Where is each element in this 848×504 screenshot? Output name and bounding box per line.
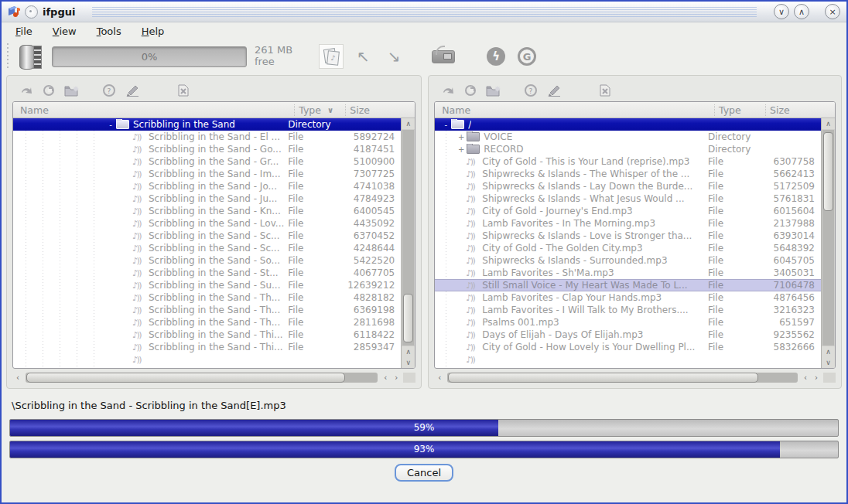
tree-row[interactable]: ♪))Scribbling in the Sand - Su...File126… (13, 279, 401, 291)
scroll-left-icon[interactable]: ‹ (380, 373, 391, 382)
vertical-scrollbar[interactable]: ∧ ∧ ∨ (401, 118, 415, 368)
maximize-button[interactable]: ∧ (794, 4, 809, 19)
tree-row[interactable]: ♪))Scribbling in the Sand - Im...File730… (13, 168, 401, 180)
tree-row[interactable]: ♪))Scribbling in the Sand - Jo...File474… (13, 180, 401, 192)
column-header-size[interactable]: Size (345, 104, 415, 116)
upload-button[interactable]: ↖ (351, 45, 374, 68)
tree-row[interactable]: ♪))Scribbling in the Sand - Th...File636… (13, 304, 401, 316)
tree-expander[interactable]: + (456, 145, 466, 154)
refresh-button[interactable] (460, 81, 480, 100)
tree-row[interactable]: ♪))Scribbling in the Sand - Ju...File478… (13, 192, 401, 205)
tree-row[interactable]: ♪))Scribbling in the Sand - So...File542… (13, 254, 401, 267)
column-header-name[interactable]: Name (435, 104, 714, 116)
menu-file[interactable]: File (15, 26, 32, 37)
delete-button[interactable] (595, 81, 615, 100)
tree-row[interactable]: ♪))Scribbling in the Sand - Sc...File637… (13, 230, 401, 242)
scrollbar-thumb[interactable] (448, 373, 757, 383)
tree-row[interactable]: ♪))Scribbling in the Sand - Kn...File640… (13, 205, 401, 217)
tree-expander[interactable]: - (106, 121, 115, 129)
minimize-button[interactable]: ∨ (774, 4, 789, 19)
column-header-size[interactable]: Size (765, 104, 835, 116)
new-folder-button[interactable] (484, 81, 504, 100)
vertical-scrollbar[interactable]: ∧ ∧ ∨ (821, 118, 835, 368)
download-button[interactable]: ↘ (382, 45, 405, 68)
tree-row[interactable]: ♪))City of Gold - Journey's End.mp3File6… (435, 205, 821, 217)
tree-row[interactable]: ♪))City of Gold - How Lovely is Your Dwe… (435, 341, 821, 353)
cancel-button[interactable]: Cancel (395, 464, 453, 482)
tree-row[interactable]: ♪))Lamb Favorites - Clap Your Hands.mp3F… (435, 291, 821, 304)
file-copy-button[interactable]: ♪♪ (319, 44, 344, 69)
tree-row[interactable]: ♪))Lamb Favorites - Sh'Ma.mp3File3405031 (435, 267, 821, 279)
tree-row[interactable]: ♪))Scribbling in the Sand - Th...File281… (13, 316, 401, 329)
tree-row[interactable]: +VOICEDirectory (435, 131, 821, 143)
scrollbar-thumb[interactable] (403, 294, 413, 342)
tree-row[interactable]: ♪))Scribbling in the Sand - Thi...File61… (13, 329, 401, 341)
menu-help[interactable]: Help (142, 26, 165, 37)
pin-button[interactable] (25, 5, 38, 19)
tree-row[interactable]: ♪)) (435, 353, 821, 366)
tree-row[interactable]: ♪))Shipwrecks & Islands - The Whisper of… (435, 168, 821, 180)
tree-row[interactable]: ♪))Scribbling in the Sand - Go...File418… (13, 143, 401, 155)
tree-row[interactable]: -Scribbling in the SandDirectory (13, 118, 401, 131)
new-folder-button[interactable] (62, 81, 82, 100)
scroll-left-icon[interactable]: ‹ (434, 373, 445, 382)
scrollbar-thumb[interactable] (823, 132, 833, 211)
tree-row[interactable]: ♪))Lamb Favorites - In The Morning.mp3Fi… (435, 217, 821, 230)
menu-view[interactable]: View (53, 26, 77, 37)
scroll-right-icon[interactable]: › (811, 373, 822, 382)
tree-row[interactable]: ♪))Scribbling in the Sand - Lov...File44… (13, 217, 401, 230)
scrollbar-thumb[interactable] (26, 373, 345, 383)
music-note-icon: ♪)) (132, 194, 145, 204)
up-directory-button[interactable] (437, 81, 457, 100)
tree-row[interactable]: ♪))Shipwrecks & Islands - Love is Strong… (435, 230, 821, 242)
rename-button[interactable] (122, 81, 142, 100)
help-button[interactable]: ? (99, 81, 119, 100)
scroll-up-icon[interactable]: ∧ (822, 346, 835, 357)
tree-row[interactable]: ♪))Shipwrecks & Islands - What Jesus Wou… (435, 192, 821, 205)
titlebar[interactable]: ifpgui ∨ ∧ × (2, 2, 846, 22)
scroll-left-icon[interactable]: ‹ (12, 373, 23, 382)
tree-row[interactable]: ♪))Shipwrecks & Islands - Surrounded.mp3… (435, 254, 821, 267)
tree-row[interactable]: ♪))Shipwrecks & Islands - Lay Down the B… (435, 180, 821, 192)
tree-row[interactable]: ♪))Days of Elijah - Days Of Elijah.mp3Fi… (435, 329, 821, 341)
tree-row[interactable]: ♪))Scribbling in the Sand - El ...File58… (13, 131, 401, 143)
tree-row[interactable]: ♪))Scribbling in the Sand - Thi...File28… (13, 341, 401, 353)
tree-row[interactable]: ♪)) (13, 353, 401, 366)
scroll-up-icon[interactable]: ∧ (402, 346, 415, 357)
toolbar-grip[interactable] (6, 43, 10, 70)
scroll-up-icon[interactable]: ∧ (822, 118, 835, 129)
scroll-down-icon[interactable]: ∨ (822, 357, 835, 368)
tree-expander[interactable]: - (441, 121, 450, 129)
firmware-button[interactable]: ϟ (484, 45, 508, 68)
tree-row[interactable]: -/ (435, 118, 821, 131)
scroll-left-icon[interactable]: ‹ (800, 373, 811, 382)
tree-row[interactable]: ♪))Lamb Favorites - I Will Talk to My Br… (435, 304, 821, 316)
tree-row[interactable]: ♪))City of Gold - The Golden City.mp3Fil… (435, 242, 821, 254)
menu-tools[interactable]: Tools (97, 26, 121, 37)
tree-row[interactable]: +RECORDDirectory (435, 143, 821, 155)
tree-row[interactable]: ♪))Scribbling in the Sand - St...File406… (13, 267, 401, 279)
tree-row[interactable]: ♪))City of Gold - This is Your Land (rep… (435, 155, 821, 168)
rename-button[interactable] (544, 81, 564, 100)
tree-row[interactable]: ♪))Scribbling in the Sand - Gr...File510… (13, 155, 401, 168)
device-button[interactable] (432, 45, 455, 68)
tree-expander[interactable]: + (456, 133, 466, 141)
scroll-down-icon[interactable]: ∨ (402, 357, 415, 368)
tree-row[interactable]: ♪))Still Small Voice - My Heart Was Made… (435, 279, 821, 291)
column-header-type[interactable]: Type∨ (294, 104, 345, 116)
horizontal-scrollbar[interactable]: ‹ ‹ › (434, 372, 836, 383)
column-header-name[interactable]: Name (13, 104, 294, 116)
column-header-type[interactable]: Type (714, 104, 765, 116)
tree-row[interactable]: ♪))Scribbling in the Sand - Sc...File424… (13, 242, 401, 254)
close-button[interactable]: × (825, 4, 840, 19)
tree-row[interactable]: ♪))Scribbling in the Sand - Th...File482… (13, 291, 401, 304)
up-directory-button[interactable] (15, 81, 36, 100)
horizontal-scrollbar[interactable]: ‹ ‹ › (12, 372, 415, 383)
refresh-device-button[interactable]: G (515, 45, 539, 68)
tree-row[interactable]: ♪))Psalms 001.mp3File651597 (435, 316, 821, 329)
scroll-right-icon[interactable]: › (391, 373, 402, 382)
delete-button[interactable] (173, 81, 193, 100)
scroll-up-icon[interactable]: ∧ (402, 118, 415, 129)
help-button[interactable]: ? (521, 81, 541, 100)
refresh-button[interactable] (39, 81, 59, 100)
